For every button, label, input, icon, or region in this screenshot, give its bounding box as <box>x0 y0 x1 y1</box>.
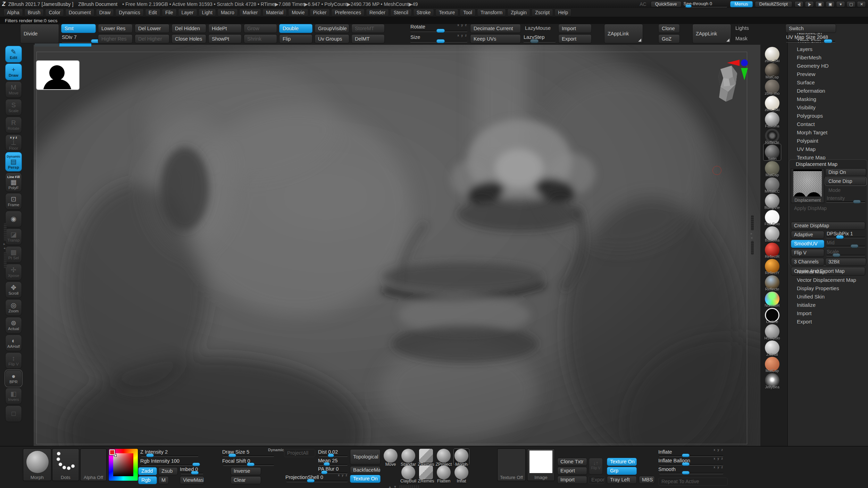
topshelf-control[interactable]: ZAppLink <box>692 24 731 43</box>
topshelf-control[interactable]: Import <box>558 24 592 33</box>
tool-subpalette-item[interactable]: Polygroups <box>788 112 868 120</box>
topshelf-control[interactable]: ShowPt <box>208 34 242 43</box>
rotate-gyro-icon[interactable]: R Rotate <box>5 117 22 133</box>
topshelf-control[interactable]: Rotate x y z <box>410 24 468 33</box>
material-swatch[interactable]: MatCap <box>763 62 781 79</box>
tool-subpalette-item[interactable]: FiberMesh <box>788 53 868 62</box>
material-swatch[interactable]: HSVColo <box>763 323 781 340</box>
minimize-icon[interactable]: ▾ <box>836 1 845 7</box>
material-swatch[interactable]: ReflectY <box>763 258 781 275</box>
viewmask-button[interactable]: ViewMask <box>180 476 204 484</box>
draw-pointer-icon[interactable]: + Draw <box>5 64 22 80</box>
menu-item[interactable]: File <box>162 9 177 16</box>
camera-icon[interactable]: ◉ <box>5 211 22 227</box>
menu-item[interactable]: Alpha <box>3 9 23 16</box>
slider-handle[interactable] <box>824 39 832 43</box>
slider-handle[interactable] <box>685 5 692 8</box>
three-channels-button[interactable]: 3 Channels <box>791 258 824 266</box>
inflate-balloon-slider[interactable]: Inflate Balloon x y z <box>658 458 724 466</box>
topshelf-control[interactable]: Export <box>558 34 592 43</box>
texture-on-button[interactable]: Texture On <box>350 475 381 483</box>
material-swatch[interactable]: Reflecte <box>763 128 781 144</box>
move-gyro-icon[interactable]: M Move <box>5 81 22 98</box>
export-texture-button[interactable]: Export <box>557 467 587 475</box>
topshelf-control[interactable]: Keep UVs <box>470 34 521 43</box>
dpsubpix-slider[interactable]: DPSubPix 1 <box>825 231 866 239</box>
slider-handle[interactable] <box>436 29 445 33</box>
tray-collapse-right-icon[interactable]: ||▸ <box>805 1 814 7</box>
menu-item[interactable]: Macro <box>217 9 238 16</box>
texture-off-thumbnail[interactable]: Texture Off <box>497 448 526 481</box>
canvas-scroll-right-icon[interactable]: ▸ <box>751 232 752 235</box>
see-through-slider[interactable]: See-through 0 <box>684 1 728 7</box>
material-swatch[interactable]: Flat Colo <box>763 209 781 226</box>
cube-3d-icon[interactable]: □ <box>5 405 22 422</box>
mid-slider[interactable]: Mid <box>825 240 866 248</box>
z-intensity-slider[interactable]: Z Intensity 2 <box>140 449 199 457</box>
material-swatch[interactable]: ReflectR <box>763 242 781 258</box>
menu-item[interactable]: Color <box>45 9 64 16</box>
floor-grid-icon[interactable]: x y z ⊥ Floor <box>5 134 22 151</box>
menu-item[interactable]: Edit <box>145 9 160 16</box>
point-select-icon[interactable]: ▩ Pt Sel <box>5 246 22 263</box>
flip-vertical-icon[interactable]: ↕ Flip V <box>5 352 22 369</box>
disp-on-button[interactable]: Disp On <box>825 168 866 176</box>
tool-subpalette-item[interactable]: Export <box>788 318 868 326</box>
quick-brush-item[interactable]: ClayBuil <box>401 465 416 481</box>
menu-item[interactable]: Marker <box>239 9 261 16</box>
topological-button[interactable]: Topological <box>350 449 381 464</box>
store-layout-right-icon[interactable]: ▣ <box>826 1 835 7</box>
menu-item[interactable]: Zscript <box>532 9 553 16</box>
material-swatch[interactable]: MatCap <box>763 160 781 177</box>
material-swatch[interactable]: Satin <box>763 144 781 160</box>
grp-toggle[interactable]: Grp <box>607 467 637 475</box>
tray-expand-right-icon[interactable]: ▸ <box>3 242 5 246</box>
scale-slider[interactable]: Scale <box>825 249 866 257</box>
import-texture-button[interactable]: Import <box>557 476 587 484</box>
canvas-scroll-left-icon[interactable]: ◂ <box>751 236 752 239</box>
displacement-thumbnail[interactable]: Displacement <box>791 168 824 203</box>
texture-on-toggle[interactable]: Texture On <box>607 458 637 466</box>
left-tray-scrollbar[interactable] <box>4 223 7 241</box>
mean-slider[interactable]: Mean 25 <box>318 458 349 466</box>
tool-subpalette-item[interactable]: Masking <box>788 95 868 103</box>
menu-item[interactable]: Zplugin <box>507 9 530 16</box>
tool-subpalette-item[interactable]: Normal Map <box>788 268 868 276</box>
topshelf-control[interactable]: Size x y z <box>410 34 468 43</box>
quick-brush-item[interactable]: Standar <box>401 449 416 465</box>
topshelf-control[interactable]: Del Hidden <box>172 24 206 33</box>
tool-subpalette-item[interactable]: Surface <box>788 78 868 87</box>
topshelf-control[interactable]: HidePt <box>208 24 242 33</box>
document-canvas[interactable] <box>34 45 760 446</box>
quick-brush-item[interactable]: Flatten <box>436 465 451 481</box>
menu-item[interactable]: Stencil <box>390 9 412 16</box>
topshelf-control[interactable]: Lower Res <box>98 24 133 33</box>
menu-item[interactable]: Transform <box>477 9 506 16</box>
tool-subpalette-item[interactable]: Layers <box>788 45 868 53</box>
tool-subpalette-item[interactable]: Display Properties <box>788 284 868 293</box>
material-swatch[interactable]: zbro_Ski <box>763 95 781 111</box>
frame-icon[interactable]: ⊡ Frame <box>5 193 22 210</box>
topshelf-control[interactable]: Clone <box>658 24 680 33</box>
zadd-button[interactable]: Zadd <box>138 467 157 475</box>
menu-item[interactable]: Document <box>65 9 94 16</box>
quick-brush-item[interactable]: Move <box>383 449 398 465</box>
clear-button[interactable]: Clear <box>231 476 261 484</box>
tool-subpalette-item[interactable]: Morph Target <box>788 128 868 137</box>
perspective-icon[interactable]: Dynamic ▤ Persp <box>5 152 22 171</box>
tool-subpalette-item[interactable]: Initialize <box>788 301 868 309</box>
topshelf-control[interactable]: LazyMouse <box>523 24 556 33</box>
topshelf-control[interactable]: Del Lower <box>135 24 169 33</box>
mbs-button[interactable]: MBS <box>639 476 655 484</box>
menu-item[interactable]: Material <box>262 9 287 16</box>
quick-brush-item[interactable]: ZRemes <box>418 449 434 465</box>
material-swatch[interactable]: zbro_Ski <box>763 46 781 62</box>
smooth-slider[interactable]: Smooth x y z <box>658 466 724 475</box>
topshelf-control[interactable]: DelMT <box>351 34 385 43</box>
topshelf-control[interactable]: Divide <box>20 24 59 43</box>
material-swatch[interactable]: ZMetal <box>763 340 781 356</box>
topshelf-control[interactable]: LazyStep <box>523 34 556 43</box>
export-dim-button[interactable]: Export <box>588 476 605 484</box>
menu-item[interactable]: Light <box>199 9 216 16</box>
flip-v-texture-button[interactable]: ↓↑ Flip V <box>589 458 603 474</box>
